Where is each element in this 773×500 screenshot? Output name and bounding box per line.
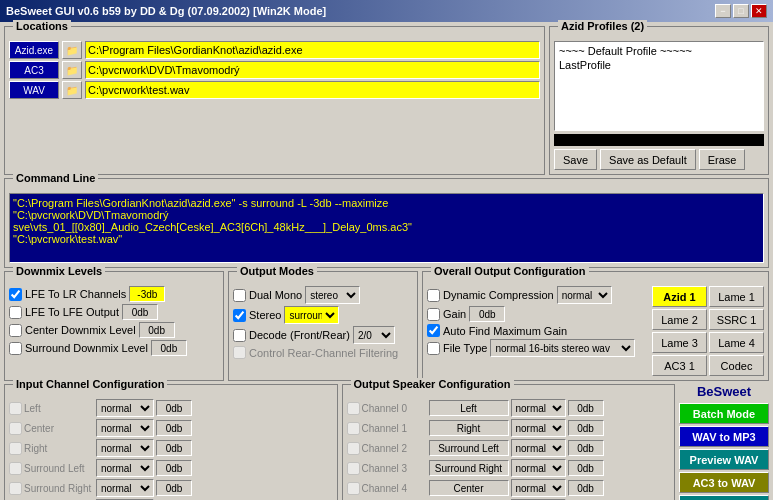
input-sl-checkbox[interactable]	[9, 462, 22, 475]
azid-btn-row2: Lame 2 SSRC 1	[652, 309, 764, 330]
batch-mode-button[interactable]: Batch Mode	[679, 403, 769, 424]
output-ch2-checkbox[interactable]	[347, 442, 360, 455]
azid-black-bar	[554, 134, 764, 146]
output-ch4-map[interactable]	[429, 480, 509, 496]
output-speaker-group: Output Speaker Configuration Channel 0 n…	[342, 384, 676, 500]
lame3-button[interactable]: Lame 3	[652, 332, 707, 353]
erase-profile-button[interactable]: Erase	[699, 149, 746, 170]
input-right-value[interactable]	[156, 440, 192, 456]
gain-label: Gain	[443, 308, 466, 320]
surround-downmix-checkbox[interactable]	[9, 342, 22, 355]
codec-button[interactable]: Codec	[709, 355, 764, 376]
file-type-dropdown[interactable]: normal 16-bits stereo wav	[490, 339, 635, 357]
surround-downmix-value[interactable]	[151, 340, 187, 356]
dynamic-compression-checkbox[interactable]	[427, 289, 440, 302]
auto-find-row: Auto Find Maximum Gain	[427, 324, 648, 337]
input-sr-checkbox[interactable]	[9, 482, 22, 495]
azid-exe-folder-btn[interactable]: 📁	[62, 41, 82, 59]
decode-checkbox[interactable]	[233, 329, 246, 342]
wav-path-input[interactable]	[85, 81, 540, 99]
output-ch2-dropdown[interactable]: normal	[511, 439, 566, 457]
output-ch4-dropdown[interactable]: normal	[511, 479, 566, 497]
input-right-checkbox[interactable]	[9, 442, 22, 455]
azid-profile-item-1[interactable]: LastProfile	[557, 58, 761, 72]
input-left-checkbox[interactable]	[9, 402, 22, 415]
input-center-checkbox[interactable]	[9, 422, 22, 435]
output-ch1-checkbox[interactable]	[347, 422, 360, 435]
play-wav-button[interactable]: Play WAV	[679, 495, 769, 500]
ac3-button[interactable]: AC3	[9, 61, 59, 79]
center-downmix-checkbox[interactable]	[9, 324, 22, 337]
dual-mono-dropdown[interactable]: stereo	[305, 286, 360, 304]
wav-folder-btn[interactable]: 📁	[62, 81, 82, 99]
output-ch3-row: Channel 3 normal	[347, 459, 671, 477]
ssrc1-button[interactable]: SSRC 1	[709, 309, 764, 330]
input-left-value[interactable]	[156, 400, 192, 416]
minimize-button[interactable]: −	[715, 4, 731, 18]
lame1-button[interactable]: Lame 1	[709, 286, 764, 307]
stereo-checkbox[interactable]	[233, 309, 246, 322]
azid-exe-button[interactable]: Azid.exe	[9, 41, 59, 59]
lfe-to-lr-row: LFE To LR Channels	[9, 286, 219, 302]
input-sl-dropdown[interactable]: normal	[96, 459, 154, 477]
output-ch4-name: Channel 4	[362, 483, 427, 494]
lfe-to-lr-value[interactable]	[129, 286, 165, 302]
output-ch0-dropdown[interactable]: normal	[511, 399, 566, 417]
ac3-to-wav-button[interactable]: AC3 to WAV	[679, 472, 769, 493]
output-ch3-map[interactable]	[429, 460, 509, 476]
output-ch1-value[interactable]	[568, 420, 604, 436]
file-type-checkbox[interactable]	[427, 342, 440, 355]
input-center-dropdown[interactable]: normal	[96, 419, 154, 437]
control-rear-checkbox[interactable]	[233, 346, 246, 359]
output-ch4-checkbox[interactable]	[347, 482, 360, 495]
input-right-dropdown[interactable]: normal	[96, 439, 154, 457]
output-ch2-value[interactable]	[568, 440, 604, 456]
preview-wav-button[interactable]: Preview WAV	[679, 449, 769, 470]
lfe-to-lfe-checkbox[interactable]	[9, 306, 22, 319]
center-downmix-value[interactable]	[139, 322, 175, 338]
input-sl-value[interactable]	[156, 460, 192, 476]
gain-value[interactable]	[469, 306, 505, 322]
output-ch4-value[interactable]	[568, 480, 604, 496]
maximize-button[interactable]: □	[733, 4, 749, 18]
lfe-to-lfe-value[interactable]	[122, 304, 158, 320]
wav-to-mp3-button[interactable]: WAV to MP3	[679, 426, 769, 447]
input-center-value[interactable]	[156, 420, 192, 436]
input-sr-value[interactable]	[156, 480, 192, 496]
input-left-dropdown[interactable]: normal	[96, 399, 154, 417]
ac3-path-input[interactable]	[85, 61, 540, 79]
output-ch0-map[interactable]	[429, 400, 509, 416]
top-row: Locations Azid.exe 📁 AC3 📁 WAV 📁 Azid	[4, 26, 769, 175]
stereo-dropdown[interactable]: surround stereo	[284, 306, 339, 324]
wav-button[interactable]: WAV	[9, 81, 59, 99]
azid-profile-item-0[interactable]: ~~~~ Default Profile ~~~~~	[557, 44, 761, 58]
lfe-to-lr-checkbox[interactable]	[9, 288, 22, 301]
save-default-button[interactable]: Save as Default	[600, 149, 696, 170]
dual-mono-label: Dual Mono	[249, 289, 302, 301]
ac3-folder-btn[interactable]: 📁	[62, 61, 82, 79]
output-ch3-checkbox[interactable]	[347, 462, 360, 475]
input-sr-dropdown[interactable]: normal	[96, 479, 154, 497]
gain-checkbox[interactable]	[427, 308, 440, 321]
dynamic-compression-dropdown[interactable]: normal	[557, 286, 612, 304]
azid1-button[interactable]: Azid 1	[652, 286, 707, 307]
output-ch3-value[interactable]	[568, 460, 604, 476]
ac31-button[interactable]: AC3 1	[652, 355, 707, 376]
save-profile-button[interactable]: Save	[554, 149, 597, 170]
decode-dropdown[interactable]: 2/0	[353, 326, 395, 344]
output-ch0-checkbox[interactable]	[347, 402, 360, 415]
stereo-row: Stereo surround stereo	[233, 306, 413, 324]
azid-profiles-list[interactable]: ~~~~ Default Profile ~~~~~ LastProfile	[554, 41, 764, 131]
output-ch2-map[interactable]	[429, 440, 509, 456]
dual-mono-checkbox[interactable]	[233, 289, 246, 302]
overall-output-group: Overall Output Configuration Dynamic Com…	[422, 271, 769, 381]
output-ch1-dropdown[interactable]: normal	[511, 419, 566, 437]
lame2-button[interactable]: Lame 2	[652, 309, 707, 330]
lame4-button[interactable]: Lame 4	[709, 332, 764, 353]
close-button[interactable]: ✕	[751, 4, 767, 18]
auto-find-checkbox[interactable]	[427, 324, 440, 337]
output-ch0-value[interactable]	[568, 400, 604, 416]
output-ch1-map[interactable]	[429, 420, 509, 436]
output-ch3-dropdown[interactable]: normal	[511, 459, 566, 477]
azid-exe-path-input[interactable]	[85, 41, 540, 59]
